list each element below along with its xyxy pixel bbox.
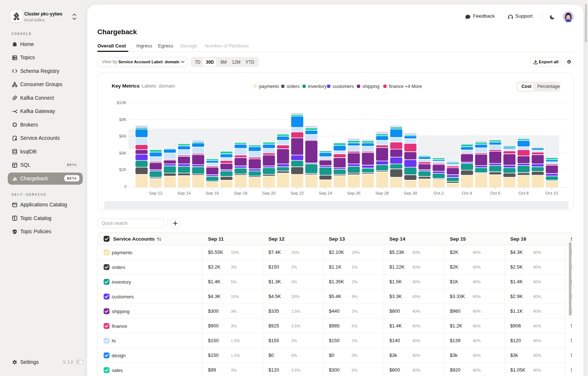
svg-text:Oct 8: Oct 8 <box>519 191 528 195</box>
svg-text:Sep 14: Sep 14 <box>177 191 191 195</box>
svg-text:0: 0 <box>124 184 126 189</box>
svg-text:Oct 2: Oct 2 <box>434 191 444 195</box>
svg-text:$10K: $10K <box>117 100 127 105</box>
svg-text:$8K: $8K <box>119 117 127 122</box>
svg-text:Oct 4: Oct 4 <box>462 191 472 195</box>
svg-text:$2K: $2K <box>119 167 127 172</box>
svg-text:Sep 22: Sep 22 <box>290 191 304 195</box>
svg-text:$6K: $6K <box>119 134 127 138</box>
svg-text:Sep 18: Sep 18 <box>234 191 247 195</box>
svg-text:Sep 16: Sep 16 <box>205 191 219 195</box>
svg-text:$4K: $4K <box>119 151 127 155</box>
svg-text:Sep 28: Sep 28 <box>375 191 388 195</box>
svg-text:Sep 30: Sep 30 <box>404 191 417 195</box>
svg-text:Sep 24: Sep 24 <box>319 191 332 195</box>
svg-text:Sep 26: Sep 26 <box>347 191 360 195</box>
svg-text:Sep 12: Sep 12 <box>149 191 162 195</box>
svg-text:Sep 20: Sep 20 <box>262 191 275 195</box>
svg-text:Oct 10: Oct 10 <box>546 191 558 195</box>
svg-text:Oct 6: Oct 6 <box>490 191 500 195</box>
